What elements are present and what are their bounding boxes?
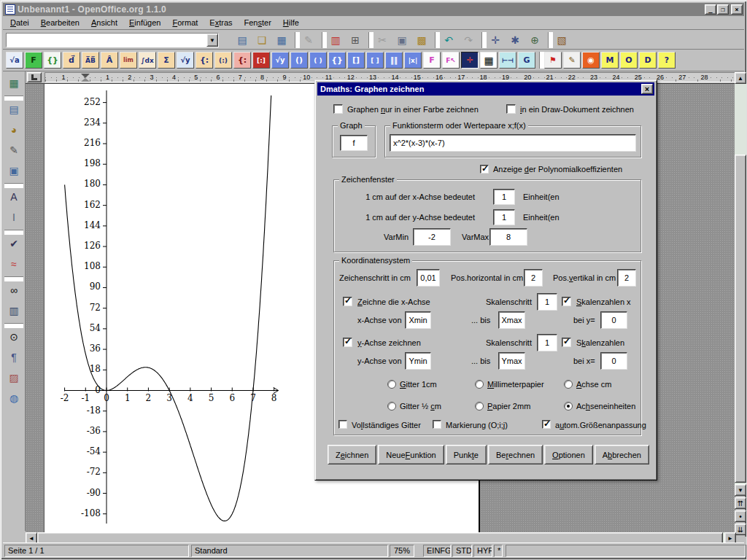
bei-x-field[interactable]: 0 (600, 352, 627, 370)
insert-object-icon[interactable]: ◕ (4, 121, 23, 139)
graph-name-field[interactable]: f (340, 135, 368, 151)
gitter-1cm-radio[interactable] (387, 380, 396, 389)
menu-hilfe[interactable]: Hilfe (277, 16, 305, 29)
gitter-halb-label[interactable]: Gitter ½ cm (400, 402, 441, 411)
scroll-down-button[interactable]: ▼ (735, 484, 746, 496)
poly-coefficients-checkbox[interactable] (480, 165, 489, 174)
menu-einfuegen[interactable]: Einfügen (123, 16, 166, 29)
dmaths-m-icon[interactable]: M (601, 52, 619, 69)
online-layout-icon[interactable]: ◍ (4, 389, 23, 407)
autosize-label[interactable]: autom.Größenanpassung (555, 421, 646, 430)
bei-y-field[interactable]: 0 (600, 311, 627, 329)
f-cursor-icon[interactable]: F↖ (442, 52, 460, 69)
one-color-checkbox[interactable] (333, 104, 343, 114)
millimeterpapier-radio[interactable] (475, 380, 484, 389)
draw-doc-label[interactable]: in ein Draw-Dokument zeichnen (520, 105, 634, 114)
zeichnen-button[interactable]: Zeichnen (328, 445, 376, 464)
zoom-icon[interactable]: ⊙ (4, 328, 23, 346)
export-pdf-icon[interactable]: ▥ (327, 32, 344, 48)
papier-2mm-label[interactable]: Papier 2mm (487, 402, 530, 411)
cut-icon[interactable]: ✂ (374, 32, 391, 48)
gitter-halb-radio[interactable] (387, 402, 396, 411)
y-von-field[interactable]: Ymin (405, 352, 431, 370)
achse-cm-radio[interactable] (564, 380, 573, 389)
nonprinting-chars-icon[interactable]: ¶ (4, 349, 23, 366)
papier-2mm-radio[interactable] (475, 402, 484, 411)
tab-type-button[interactable] (27, 72, 42, 82)
menu-fenster[interactable]: Fenster (239, 16, 277, 29)
autosize-checkbox[interactable] (542, 420, 551, 429)
skalenschritt-x-field[interactable]: 1 (537, 293, 557, 311)
edit-file-icon[interactable]: ✎ (300, 32, 317, 48)
navigator-icon[interactable]: ✛ (487, 32, 504, 48)
geometry-g-icon[interactable]: G (518, 52, 535, 69)
optionen-button[interactable]: Optionen (544, 445, 593, 464)
segment-ab-icon[interactable]: A̅B̅ (82, 52, 99, 69)
sqrt-a-icon[interactable]: √a (6, 52, 23, 69)
new-document-icon[interactable]: ▤ (233, 32, 251, 48)
varmin-field[interactable]: -2 (413, 228, 451, 246)
dmaths-d-icon[interactable]: D (639, 52, 657, 69)
limit-icon[interactable]: lim (120, 52, 137, 69)
x-bis-field[interactable]: Xmax (498, 311, 525, 329)
save-icon[interactable]: ▦ (273, 32, 290, 48)
navigation-dot-button[interactable]: • (735, 510, 746, 522)
achseneinheiten-label[interactable]: Achseneinheiten (576, 402, 635, 411)
brackets-large-icon[interactable]: [ ] (366, 52, 384, 69)
insert-icon[interactable]: ▤ (4, 101, 23, 118)
copy-icon[interactable]: ▣ (393, 32, 411, 48)
angle-a-icon[interactable]: Â (101, 52, 118, 69)
draw-graph-icon[interactable]: ✛ (461, 52, 479, 69)
integral-icon[interactable]: ∫dx (139, 52, 156, 69)
skalenschritt-y-field[interactable]: 1 (537, 334, 557, 351)
url-combobox[interactable]: ▼ (6, 33, 219, 47)
direct-cursor-icon[interactable]: I (4, 209, 23, 226)
status-zoom[interactable]: 75% (390, 545, 414, 557)
abs-x-icon[interactable]: |x| (404, 52, 422, 69)
function-f-icon[interactable]: F (25, 52, 42, 69)
skalenzahlen-x-checkbox[interactable] (562, 297, 571, 306)
dmaths-o-icon[interactable]: O (620, 52, 638, 69)
abbrechen-button[interactable]: Abbrechen (595, 445, 649, 464)
punkte-button[interactable]: Punkte (446, 445, 487, 464)
x-axis-check-label[interactable]: Zeichne die x-Achse (357, 298, 430, 307)
millimeterpapier-label[interactable]: Millimeterpapier (487, 380, 544, 389)
skalenzahlen-x-label[interactable]: Skalenzahlen x (576, 298, 631, 307)
maximize-button[interactable]: ❐ (717, 4, 729, 15)
redo-icon[interactable]: ↷ (460, 32, 477, 48)
indent-marker[interactable] (81, 74, 90, 82)
braces-green-icon[interactable]: {} (44, 52, 61, 69)
dialog-close-button[interactable]: × (641, 84, 653, 94)
undo-icon[interactable]: ↶ (440, 32, 457, 48)
form-icon[interactable]: ▣ (4, 162, 23, 179)
vertical-scrollbar-track[interactable] (735, 84, 746, 484)
skalenzahlen-y-label[interactable]: Skalenzahlen (576, 338, 624, 348)
menu-ansicht[interactable]: Ansicht (85, 16, 123, 29)
sqrt-y-blue-icon[interactable]: √y (271, 52, 289, 69)
dialog-titlebar[interactable]: Dmaths: Graphen zeichnen × (317, 82, 654, 96)
insert-table-icon[interactable]: ▦ (4, 74, 23, 92)
vollgitter-label[interactable]: Vollständiges Gitter (352, 421, 421, 430)
sp[interactable]: ✔ (4, 235, 23, 252)
berechnen-button[interactable]: Berechnen (488, 445, 543, 464)
brace-colon-icon[interactable]: {: (196, 52, 213, 69)
measure-icon[interactable]: ⊢⊣ (499, 52, 516, 69)
autotext-icon[interactable]: A (4, 188, 23, 206)
flag-icon[interactable]: ⚑ (544, 52, 562, 69)
vollgitter-checkbox[interactable] (338, 420, 347, 429)
bracket-colon-red-icon[interactable]: [:] (252, 52, 270, 69)
y-axis-check-label[interactable]: y-Achse zeichnen (357, 338, 421, 348)
next-page-button[interactable]: ⇊ (735, 524, 746, 535)
x-axis-checkbox[interactable] (343, 297, 352, 306)
y-scale-field[interactable]: 1 (493, 209, 515, 225)
y-axis-checkbox[interactable] (343, 338, 352, 347)
print-icon[interactable]: ⊞ (347, 32, 364, 48)
zeichenschritt-field[interactable]: 0,01 (417, 269, 440, 287)
sigma-icon[interactable]: Σ (158, 52, 175, 69)
sqrt-y-icon[interactable]: √y (177, 52, 194, 69)
url-combo-input[interactable] (7, 34, 206, 47)
combo-dropdown-icon[interactable]: ▼ (206, 34, 218, 47)
x-scale-field[interactable]: 1 (493, 189, 515, 205)
gallery-icon[interactable]: ▧ (553, 32, 570, 48)
parens-large-icon[interactable]: ( ) (309, 52, 327, 69)
